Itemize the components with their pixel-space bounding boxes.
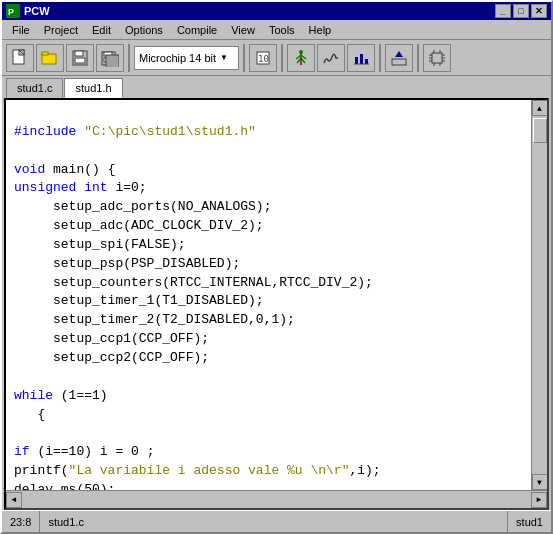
- code-scroll[interactable]: #include "C:\pic\stud1\stud1.h" void mai…: [6, 100, 531, 490]
- svg-text:10: 10: [258, 54, 269, 64]
- project-status: stud1: [508, 511, 551, 532]
- menu-project[interactable]: Project: [38, 22, 84, 38]
- svg-rect-22: [355, 57, 358, 64]
- minimize-button[interactable]: _: [495, 4, 511, 18]
- horizontal-scrollbar[interactable]: ◄ ►: [6, 490, 547, 508]
- maximize-button[interactable]: □: [513, 4, 529, 18]
- menu-edit[interactable]: Edit: [86, 22, 117, 38]
- separator-3: [281, 44, 283, 72]
- scroll-right-arrow[interactable]: ►: [531, 492, 547, 508]
- svg-rect-13: [106, 55, 119, 67]
- window-title: PCW: [24, 5, 50, 17]
- svg-rect-23: [360, 54, 363, 64]
- svg-rect-24: [365, 59, 368, 64]
- scroll-h-track: [22, 492, 531, 508]
- chart-button[interactable]: [347, 44, 375, 72]
- svg-marker-27: [395, 51, 403, 57]
- svg-rect-28: [432, 53, 442, 63]
- dropdown-arrow-icon: ▼: [220, 53, 228, 62]
- title-bar-buttons: _ □ ✕: [495, 4, 547, 18]
- svg-rect-26: [392, 59, 406, 65]
- title-bar-left: P PCW: [6, 4, 50, 18]
- scroll-down-arrow[interactable]: ▼: [532, 474, 548, 490]
- tab-stud1h[interactable]: stud1.h: [64, 78, 122, 98]
- menu-view[interactable]: View: [225, 22, 261, 38]
- code-content[interactable]: #include "C:\pic\stud1\stud1.h" void mai…: [6, 100, 531, 490]
- new-button[interactable]: [6, 44, 34, 72]
- counter-button[interactable]: 10: [249, 44, 277, 72]
- open-button[interactable]: [36, 44, 64, 72]
- svg-point-21: [299, 50, 303, 54]
- chip-dropdown-value: Microchip 14 bit: [139, 52, 216, 64]
- title-bar: P PCW _ □ ✕: [2, 2, 551, 20]
- svg-text:P: P: [8, 7, 14, 17]
- tabs: stud1.c stud1.h: [2, 76, 551, 98]
- menu-help[interactable]: Help: [303, 22, 338, 38]
- svg-rect-8: [75, 51, 83, 56]
- close-button[interactable]: ✕: [531, 4, 547, 18]
- svg-rect-6: [42, 52, 48, 55]
- menu-file[interactable]: File: [6, 22, 36, 38]
- separator-5: [417, 44, 419, 72]
- scroll-left-arrow[interactable]: ◄: [6, 492, 22, 508]
- upload-button[interactable]: [385, 44, 413, 72]
- editor-area: #include "C:\pic\stud1\stud1.h" void mai…: [4, 98, 549, 510]
- menu-tools[interactable]: Tools: [263, 22, 301, 38]
- save-button[interactable]: [66, 44, 94, 72]
- menu-options[interactable]: Options: [119, 22, 169, 38]
- scroll-up-arrow[interactable]: ▲: [532, 100, 548, 116]
- app-icon: P: [6, 4, 20, 18]
- separator-1: [128, 44, 130, 72]
- status-bar: 23:8 stud1.c stud1: [2, 510, 551, 532]
- cursor-position: 23:8: [2, 511, 40, 532]
- menu-bar: File Project Edit Options Compile View T…: [2, 20, 551, 40]
- signal-button[interactable]: [317, 44, 345, 72]
- save-all-button[interactable]: [96, 44, 124, 72]
- svg-rect-9: [75, 58, 85, 63]
- main-window: P PCW _ □ ✕ File Project Edit Options Co…: [0, 0, 553, 534]
- filename-status: stud1.c: [40, 511, 508, 532]
- menu-compile[interactable]: Compile: [171, 22, 223, 38]
- vertical-scrollbar[interactable]: ▲ ▼: [531, 100, 547, 490]
- editor-inner: #include "C:\pic\stud1\stud1.h" void mai…: [6, 100, 547, 490]
- separator-2: [243, 44, 245, 72]
- toolbar: Microchip 14 bit ▼ 10: [2, 40, 551, 76]
- chip-dropdown[interactable]: Microchip 14 bit ▼: [134, 46, 239, 70]
- tab-stud1c[interactable]: stud1.c: [6, 78, 63, 98]
- chip-view-button[interactable]: [423, 44, 451, 72]
- tree-button[interactable]: [287, 44, 315, 72]
- separator-4: [379, 44, 381, 72]
